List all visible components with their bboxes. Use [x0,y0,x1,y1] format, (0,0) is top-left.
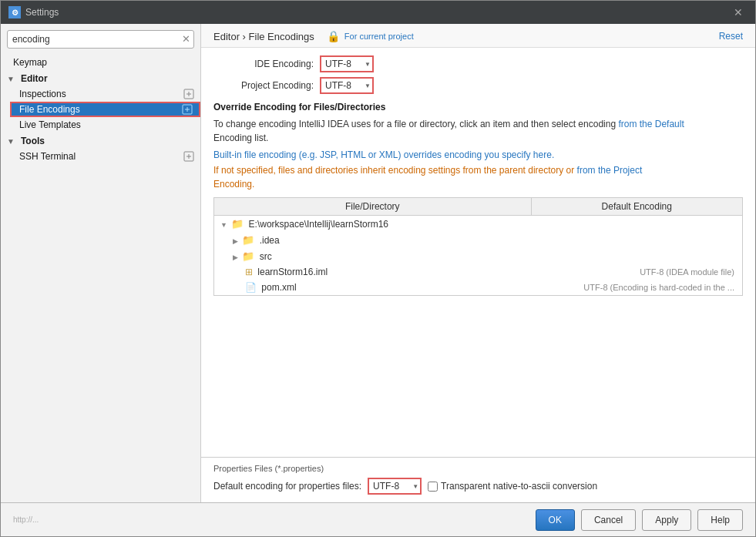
apply-button[interactable]: Apply [642,509,691,531]
ide-encoding-label: IDE Encoding: [213,59,314,69]
tools-children: SSH Terminal [1,149,200,164]
search-input[interactable] [7,30,194,49]
live-templates-label: Live Templates [19,119,81,130]
default-encoding-link[interactable]: from the Default [618,119,684,129]
sidebar-item-keymap[interactable]: Keymap [1,55,200,70]
breadcrumb-editor: Editor [213,31,240,42]
window-title: Settings [25,7,59,18]
breadcrumb: Editor › File Encodings [213,31,314,42]
reset-link[interactable]: Reset [719,31,743,42]
table-col-file: File/Directory [214,198,531,216]
properties-title: Properties Files (*.properties) [213,464,743,473]
table-row[interactable]: ▶ 📁 src [214,248,742,264]
transparent-checkbox[interactable] [428,482,438,492]
override-title: Override Encoding for Files/Directories [213,102,743,112]
table-row[interactable]: ▼ 📁 E:\workspace\Intellij\learnStorm16 [214,216,742,233]
sidebar: ✕ Keymap ▼ Editor Inspections [1,24,201,502]
inspections-badge [183,89,194,99]
help-button[interactable]: Help [697,509,743,531]
tools-label: Tools [21,136,45,146]
table-col-encoding: Default Encoding [531,198,742,216]
transparent-checkbox-label: Transparent native-to-ascii conversion [428,481,597,492]
folder-icon: 📁 [242,234,254,246]
dialog-body: ✕ Keymap ▼ Editor Inspections [1,24,755,502]
properties-row: Default encoding for properties files: U… [213,478,743,495]
settings-dialog: ⚙ Settings ✕ ✕ Keymap ▼ Editor [0,0,756,537]
table-row[interactable]: 📄 pom.xml UTF-8 (Encoding is hard-coded … [214,280,742,295]
project-encoding-row: Project Encoding: UTF-8 [213,77,743,94]
file-encoding [531,216,742,233]
sidebar-item-ssh-terminal[interactable]: SSH Terminal [10,149,200,164]
project-encoding-select-wrapper: UTF-8 [320,77,374,94]
tools-arrow: ▼ [7,137,15,146]
file-encodings-badge [182,104,193,115]
ssh-terminal-badge [183,151,194,162]
override-section: Override Encoding for Files/Directories … [213,102,743,296]
default-encoding-label: Default encoding for properties files: [213,481,361,492]
folder-arrow-icon: ▶ [233,237,238,245]
folder-arrow-icon: ▼ [220,221,227,229]
editor-arrow: ▼ [7,75,15,83]
file-table-container: File/Directory Default Encoding ▼ 📁 [213,197,743,296]
breadcrumb-file-encodings: File Encodings [249,31,314,42]
inspections-label: Inspections [19,89,66,99]
content-header-left: Editor › File Encodings 🔒 For current pr… [213,30,414,42]
keymap-label: Keymap [13,57,47,68]
properties-section: Properties Files (*.properties) Default … [201,457,755,502]
xml-file-icon: 📄 [245,282,257,293]
for-current-project-link[interactable]: For current project [344,32,414,41]
table-row[interactable]: ⊞ learnStorm16.iml UTF-8 (IDEA module fi… [214,264,742,280]
folder-icon: 📁 [231,218,244,230]
sidebar-group-tools[interactable]: ▼ Tools [1,133,200,149]
folder-icon: 📁 [242,250,254,262]
file-name: .idea [260,235,280,246]
watermark-text: http://... [13,515,39,524]
file-table: File/Directory Default Encoding ▼ 📁 [214,198,742,295]
table-row[interactable]: ▶ 📁 .idea [214,232,742,248]
override-desc2: Built-in file encoding (e.g. JSP, HTML o… [213,148,743,162]
folder-arrow-icon: ▶ [233,253,238,261]
file-name: pom.xml [261,282,296,293]
iml-file-icon: ⊞ [245,267,253,277]
close-button[interactable]: ✕ [729,5,748,20]
override-desc1: To change encoding IntelliJ IDEA uses fo… [213,117,743,145]
ok-button[interactable]: OK [536,509,575,531]
file-encoding: UTF-8 (IDEA module file) [531,264,742,280]
file-name: learnStorm16.iml [257,267,328,277]
file-name: src [260,251,272,262]
settings-icon: ⚙ [8,6,21,18]
properties-encoding-select[interactable]: UTF-8 [368,478,422,495]
content-header: Editor › File Encodings 🔒 For current pr… [201,24,755,48]
editor-label: Editor [21,73,48,84]
project-encoding-link[interactable]: from the Project [577,165,643,176]
properties-encoding-select-wrapper: UTF-8 [368,478,422,495]
sidebar-item-inspections[interactable]: Inspections [10,86,200,102]
file-encoding [531,232,742,248]
dialog-footer: http://... OK Cancel Apply Help [1,502,755,536]
file-encodings-label: File Encodings [19,104,80,115]
content-body: IDE Encoding: UTF-8 Project Encoding: UT… [201,48,755,457]
search-box: ✕ [7,30,194,49]
project-encoding-label: Project Encoding: [213,80,314,91]
sidebar-item-file-encodings[interactable]: File Encodings [10,102,200,117]
breadcrumb-arrow: › [243,31,249,42]
transparent-label-text: Transparent native-to-ascii conversion [441,481,597,492]
ssh-terminal-label: SSH Terminal [19,151,76,162]
file-encoding [531,248,742,264]
lock-icon: 🔒 [327,30,340,42]
cancel-button[interactable]: Cancel [581,509,636,531]
project-encoding-select[interactable]: UTF-8 [320,77,374,94]
tree-nav: Keymap ▼ Editor Inspections [1,55,200,502]
file-name: E:\workspace\Intellij\learnStorm16 [249,219,388,230]
title-bar-left: ⚙ Settings [8,6,59,18]
search-clear-button[interactable]: ✕ [182,33,190,45]
editor-children: Inspections File Encodings [1,86,200,133]
sidebar-group-editor[interactable]: ▼ Editor [1,70,200,86]
sidebar-item-live-templates[interactable]: Live Templates [10,117,200,133]
ide-encoding-select[interactable]: UTF-8 [320,55,374,72]
title-bar: ⚙ Settings ✕ [1,1,755,24]
main-content: Editor › File Encodings 🔒 For current pr… [201,24,755,502]
ide-encoding-select-wrapper: UTF-8 [320,55,374,72]
ide-encoding-row: IDE Encoding: UTF-8 [213,55,743,72]
file-encoding: UTF-8 (Encoding is hard-coded in the ... [531,280,742,295]
